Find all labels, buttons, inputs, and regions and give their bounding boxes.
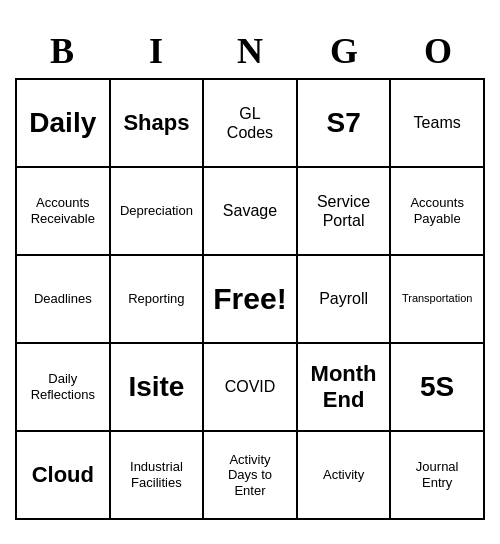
bingo-cell: Cloud bbox=[17, 432, 111, 520]
bingo-cell: Activity bbox=[298, 432, 392, 520]
bingo-cell: COVID bbox=[204, 344, 298, 432]
bingo-cell: Transportation bbox=[391, 256, 485, 344]
bingo-cell: Teams bbox=[391, 80, 485, 168]
header-letter: N bbox=[203, 24, 297, 78]
header-letter: G bbox=[297, 24, 391, 78]
bingo-cell: IndustrialFacilities bbox=[111, 432, 205, 520]
cell-text: ActivityDays toEnter bbox=[228, 452, 272, 499]
bingo-cell: ServicePortal bbox=[298, 168, 392, 256]
bingo-cell: Deadlines bbox=[17, 256, 111, 344]
bingo-cell: Depreciation bbox=[111, 168, 205, 256]
bingo-card: BINGO DailyShapsGLCodesS7TeamsAccountsRe… bbox=[15, 24, 485, 520]
bingo-cell: Daily bbox=[17, 80, 111, 168]
cell-text: Depreciation bbox=[120, 203, 193, 219]
header-letter: B bbox=[15, 24, 109, 78]
cell-text: GLCodes bbox=[227, 104, 273, 142]
bingo-cell: Free! bbox=[204, 256, 298, 344]
bingo-cell: Payroll bbox=[298, 256, 392, 344]
cell-text: ServicePortal bbox=[317, 192, 370, 230]
cell-text: DailyReflections bbox=[31, 371, 95, 402]
cell-text: COVID bbox=[225, 377, 276, 396]
bingo-row: DailyReflectionsIsiteCOVIDMonthEnd5S bbox=[17, 344, 485, 432]
bingo-cell: Savage bbox=[204, 168, 298, 256]
bingo-cell: ActivityDays toEnter bbox=[204, 432, 298, 520]
bingo-cell: AccountsReceivable bbox=[17, 168, 111, 256]
cell-text: S7 bbox=[326, 106, 360, 140]
bingo-cell: Shaps bbox=[111, 80, 205, 168]
bingo-grid: DailyShapsGLCodesS7TeamsAccountsReceivab… bbox=[15, 78, 485, 520]
bingo-cell: MonthEnd bbox=[298, 344, 392, 432]
cell-text: IndustrialFacilities bbox=[130, 459, 183, 490]
cell-text: Cloud bbox=[32, 462, 94, 488]
bingo-row: CloudIndustrialFacilitiesActivityDays to… bbox=[17, 432, 485, 520]
cell-text: Isite bbox=[128, 370, 184, 404]
cell-text: Savage bbox=[223, 201, 277, 220]
bingo-cell: JournalEntry bbox=[391, 432, 485, 520]
header-letter: O bbox=[391, 24, 485, 78]
cell-text: JournalEntry bbox=[416, 459, 459, 490]
cell-text: Free! bbox=[213, 281, 286, 317]
cell-text: Reporting bbox=[128, 291, 184, 307]
cell-text: Shaps bbox=[123, 110, 189, 136]
cell-text: MonthEnd bbox=[311, 361, 377, 414]
bingo-row: DeadlinesReportingFree!PayrollTransporta… bbox=[17, 256, 485, 344]
cell-text: 5S bbox=[420, 370, 454, 404]
cell-text: Activity bbox=[323, 467, 364, 483]
bingo-cell: 5S bbox=[391, 344, 485, 432]
cell-text: AccountsPayable bbox=[410, 195, 463, 226]
header-letter: I bbox=[109, 24, 203, 78]
bingo-cell: AccountsPayable bbox=[391, 168, 485, 256]
cell-text: Transportation bbox=[402, 292, 473, 305]
bingo-row: DailyShapsGLCodesS7Teams bbox=[17, 80, 485, 168]
bingo-cell: Reporting bbox=[111, 256, 205, 344]
bingo-cell: DailyReflections bbox=[17, 344, 111, 432]
bingo-cell: S7 bbox=[298, 80, 392, 168]
bingo-row: AccountsReceivableDepreciationSavageServ… bbox=[17, 168, 485, 256]
bingo-cell: GLCodes bbox=[204, 80, 298, 168]
cell-text: Teams bbox=[414, 113, 461, 132]
cell-text: Daily bbox=[29, 106, 96, 140]
bingo-cell: Isite bbox=[111, 344, 205, 432]
bingo-header: BINGO bbox=[15, 24, 485, 78]
cell-text: Payroll bbox=[319, 289, 368, 308]
cell-text: Deadlines bbox=[34, 291, 92, 307]
cell-text: AccountsReceivable bbox=[31, 195, 95, 226]
